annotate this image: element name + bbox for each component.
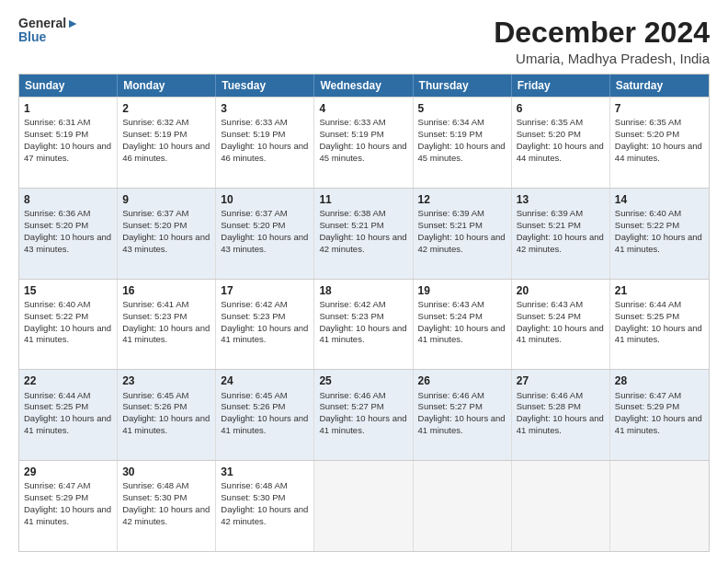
cell-w2-d5: 13Sunrise: 6:39 AMSunset: 5:21 PMDayligh…	[512, 189, 610, 279]
cell-w1-d3: 4Sunrise: 6:33 AMSunset: 5:19 PMDaylight…	[314, 98, 413, 188]
header-wednesday: Wednesday	[314, 75, 413, 97]
cell-w2-d4: 12Sunrise: 6:39 AMSunset: 5:21 PMDayligh…	[414, 189, 512, 279]
title-block: December 2024 Umaria, Madhya Pradesh, In…	[494, 17, 710, 66]
cell-w4-d0: 22Sunrise: 6:44 AMSunset: 5:25 PMDayligh…	[19, 370, 118, 460]
header-sunday: Sunday	[19, 75, 118, 97]
cell-w1-d0: 1Sunrise: 6:31 AMSunset: 5:19 PMDaylight…	[19, 98, 118, 188]
header-saturday: Saturday	[610, 75, 709, 97]
cell-w2-d1: 9Sunrise: 6:37 AMSunset: 5:20 PMDaylight…	[118, 189, 216, 279]
header-thursday: Thursday	[414, 75, 512, 97]
cell-w1-d4: 5Sunrise: 6:34 AMSunset: 5:19 PMDaylight…	[414, 98, 512, 188]
week-1: 1Sunrise: 6:31 AMSunset: 5:19 PMDaylight…	[19, 97, 709, 188]
cell-w2-d3: 11Sunrise: 6:38 AMSunset: 5:21 PMDayligh…	[314, 189, 413, 279]
cell-w4-d3: 25Sunrise: 6:46 AMSunset: 5:27 PMDayligh…	[314, 370, 413, 460]
header-tuesday: Tuesday	[216, 75, 314, 97]
cell-w5-d0: 29Sunrise: 6:47 AMSunset: 5:29 PMDayligh…	[19, 461, 118, 551]
calendar: Sunday Monday Tuesday Wednesday Thursday…	[18, 74, 710, 552]
cell-w4-d5: 27Sunrise: 6:46 AMSunset: 5:28 PMDayligh…	[512, 370, 610, 460]
cell-w3-d2: 17Sunrise: 6:42 AMSunset: 5:23 PMDayligh…	[216, 280, 314, 370]
cell-w2-d0: 8Sunrise: 6:36 AMSunset: 5:20 PMDaylight…	[19, 189, 118, 279]
week-3: 15Sunrise: 6:40 AMSunset: 5:22 PMDayligh…	[19, 279, 709, 370]
main-title: December 2024	[494, 17, 710, 49]
cell-w1-d5: 6Sunrise: 6:35 AMSunset: 5:20 PMDaylight…	[512, 98, 610, 188]
week-5: 29Sunrise: 6:47 AMSunset: 5:29 PMDayligh…	[19, 460, 709, 551]
cell-w4-d6: 28Sunrise: 6:47 AMSunset: 5:29 PMDayligh…	[610, 370, 709, 460]
cell-w2-d2: 10Sunrise: 6:37 AMSunset: 5:20 PMDayligh…	[216, 189, 314, 279]
cell-w5-d1: 30Sunrise: 6:48 AMSunset: 5:30 PMDayligh…	[118, 461, 216, 551]
cell-w4-d4: 26Sunrise: 6:46 AMSunset: 5:27 PMDayligh…	[414, 370, 512, 460]
cell-w4-d1: 23Sunrise: 6:45 AMSunset: 5:26 PMDayligh…	[118, 370, 216, 460]
week-2: 8Sunrise: 6:36 AMSunset: 5:20 PMDaylight…	[19, 188, 709, 279]
cell-w3-d1: 16Sunrise: 6:41 AMSunset: 5:23 PMDayligh…	[118, 280, 216, 370]
header-monday: Monday	[118, 75, 216, 97]
cell-w5-d5	[512, 461, 610, 551]
cell-w1-d1: 2Sunrise: 6:32 AMSunset: 5:19 PMDaylight…	[118, 98, 216, 188]
subtitle: Umaria, Madhya Pradesh, India	[494, 51, 710, 66]
cell-w5-d6	[610, 461, 709, 551]
cell-w1-d2: 3Sunrise: 6:33 AMSunset: 5:19 PMDaylight…	[216, 98, 314, 188]
calendar-header: Sunday Monday Tuesday Wednesday Thursday…	[19, 75, 709, 97]
cell-w1-d6: 7Sunrise: 6:35 AMSunset: 5:20 PMDaylight…	[610, 98, 709, 188]
page: General► Blue December 2024 Umaria, Madh…	[0, 0, 728, 563]
cell-w3-d5: 20Sunrise: 6:43 AMSunset: 5:24 PMDayligh…	[512, 280, 610, 370]
cell-w3-d3: 18Sunrise: 6:42 AMSunset: 5:23 PMDayligh…	[314, 280, 413, 370]
cell-w5-d4	[414, 461, 512, 551]
cell-w5-d2: 31Sunrise: 6:48 AMSunset: 5:30 PMDayligh…	[216, 461, 314, 551]
cell-w3-d0: 15Sunrise: 6:40 AMSunset: 5:22 PMDayligh…	[19, 280, 118, 370]
header: General► Blue December 2024 Umaria, Madh…	[18, 17, 710, 66]
calendar-body: 1Sunrise: 6:31 AMSunset: 5:19 PMDaylight…	[19, 97, 709, 551]
week-4: 22Sunrise: 6:44 AMSunset: 5:25 PMDayligh…	[19, 369, 709, 460]
header-friday: Friday	[512, 75, 610, 97]
cell-w3-d4: 19Sunrise: 6:43 AMSunset: 5:24 PMDayligh…	[414, 280, 512, 370]
cell-w3-d6: 21Sunrise: 6:44 AMSunset: 5:25 PMDayligh…	[610, 280, 709, 370]
logo: General► Blue	[18, 17, 79, 45]
cell-w5-d3	[314, 461, 413, 551]
cell-w4-d2: 24Sunrise: 6:45 AMSunset: 5:26 PMDayligh…	[216, 370, 314, 460]
cell-w2-d6: 14Sunrise: 6:40 AMSunset: 5:22 PMDayligh…	[610, 189, 709, 279]
